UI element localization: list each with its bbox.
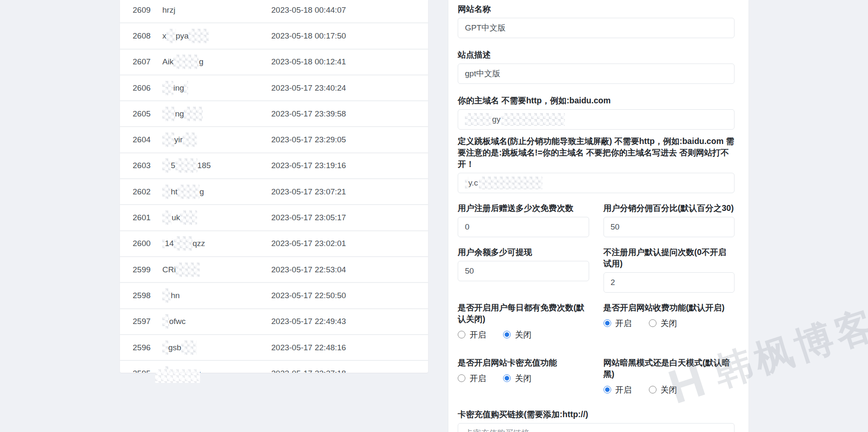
withdraw-min-input[interactable] xyxy=(458,261,589,281)
radio-input[interactable] xyxy=(649,386,657,393)
radio-option-card_recharge-0[interactable]: 开启 xyxy=(458,373,486,384)
text-fragment: Aik xyxy=(162,57,173,66)
row-id: 2605 xyxy=(133,109,150,119)
privacy-blur xyxy=(162,107,175,121)
table-row[interactable]: 2606ing2023-05-17 23:40:24 xyxy=(120,75,428,101)
row-created-time: 2023-05-17 23:07:21 xyxy=(271,187,346,197)
privacy-blur xyxy=(162,185,171,199)
privacy-blur-strip xyxy=(155,369,200,383)
table-row[interactable]: 2601uk2023-05-17 23:05:17 xyxy=(120,205,428,231)
privacy-blur xyxy=(184,107,203,121)
table-row[interactable]: 2609hrzj2023-05-18 00:44:07 xyxy=(120,0,428,23)
table-row[interactable]: 2608xpya2023-05-18 00:17:50 xyxy=(120,23,428,49)
table-row[interactable]: 2599CRi2023-05-17 22:53:04 xyxy=(120,257,428,283)
withdraw-min-label: 用户余额多少可提现 xyxy=(458,246,589,258)
radio-option-card_recharge-1[interactable]: 关闭 xyxy=(503,373,531,384)
privacy-blur xyxy=(479,177,542,189)
radio-option-daily_free-1[interactable]: 关闭 xyxy=(503,329,531,341)
radio-input[interactable] xyxy=(458,374,465,382)
table-row[interactable]: 2605ng2023-05-17 23:39:58 xyxy=(120,101,428,127)
row-created-time: 2023-05-18 00:12:41 xyxy=(271,57,346,66)
site-name-field: 网站名称 xyxy=(458,3,734,38)
table-row[interactable]: 260351852023-05-17 23:19:16 xyxy=(120,153,428,179)
table-row[interactable]: 2607Aikg2023-05-18 00:12:41 xyxy=(120,50,428,75)
radio-label: 关闭 xyxy=(515,373,531,384)
radio-option-dark_mode-1[interactable]: 关闭 xyxy=(649,384,677,396)
row-created-time: 2023-05-17 22:27:18 xyxy=(271,369,346,373)
withdraw-guest-row: 用户余额多少可提现 不注册用户默认提问次数(0不开启试用) xyxy=(458,246,734,293)
privacy-blur xyxy=(162,210,172,225)
text-fragment: gsb xyxy=(168,343,181,352)
table-row[interactable]: 2604yir2023-05-17 23:29:05 xyxy=(120,127,428,153)
privacy-blur xyxy=(167,29,176,43)
table-row[interactable]: 2598hn2023-05-17 22:50:50 xyxy=(120,283,428,309)
row-username: ing xyxy=(162,81,188,95)
privacy-blur xyxy=(162,341,168,355)
page-canvas: 2609hrzj2023-05-18 00:44:072608xpya2023-… xyxy=(0,0,868,432)
privacy-blur xyxy=(189,29,209,43)
row-username: yir xyxy=(162,133,197,147)
guest-tries-input[interactable] xyxy=(604,272,735,293)
radio-label: 关闭 xyxy=(661,318,677,329)
row-id: 2602 xyxy=(133,187,150,197)
commission-input[interactable] xyxy=(604,217,735,237)
text-fragment: 14 xyxy=(165,239,174,248)
main-domain-input[interactable]: gy xyxy=(458,109,734,130)
text-fragment: CRi xyxy=(162,265,176,274)
radio-input[interactable] xyxy=(649,319,657,327)
radio-input[interactable] xyxy=(604,319,611,327)
row-id: 2607 xyxy=(133,57,150,66)
jump-domain-input[interactable]: y.c xyxy=(458,173,734,193)
daily-free-field: 是否开启用户每日都有免费次数(默认关闭) 开启关闭 xyxy=(458,302,589,341)
radio-input[interactable] xyxy=(458,331,465,338)
radio-option-dark_mode-0[interactable]: 开启 xyxy=(604,384,632,396)
free-times-commission-row: 用户注册后赠送多少次免费次数 用户分销分佣百分比(默认百分之30) xyxy=(458,202,734,237)
text-fragment: y.c xyxy=(468,178,478,188)
radio-option-charge_enable-1[interactable]: 关闭 xyxy=(649,318,677,329)
charge-enable-label: 是否开启网站收费功能(默认开启) xyxy=(604,302,735,313)
text-fragment: g xyxy=(200,187,204,197)
table-row[interactable]: 260014qzz2023-05-17 23:02:01 xyxy=(120,231,428,257)
radio-label: 开启 xyxy=(615,384,632,396)
row-created-time: 2023-05-17 22:48:16 xyxy=(271,343,346,352)
row-username: ng xyxy=(162,107,203,121)
text-fragment: 185 xyxy=(198,161,211,170)
table-row[interactable]: 2602htg2023-05-17 23:07:21 xyxy=(120,179,428,205)
settings-form-panel: 网站名称 站点描述 你的主域名 不需要http，例如:baidu.com gy … xyxy=(448,0,748,432)
radio-option-charge_enable-0[interactable]: 开启 xyxy=(604,318,632,329)
daily-free-radio-group: 开启关闭 xyxy=(458,328,589,341)
radio-input[interactable] xyxy=(604,386,611,393)
row-id: 2608 xyxy=(133,31,150,41)
row-id: 2603 xyxy=(133,161,150,170)
site-name-input[interactable] xyxy=(458,18,734,38)
radio-input[interactable] xyxy=(503,374,511,382)
table-row[interactable]: 2596gsb2023-05-17 22:48:16 xyxy=(120,335,428,361)
row-id: 2598 xyxy=(133,291,150,300)
site-name-label: 网站名称 xyxy=(458,3,734,15)
row-created-time: 2023-05-17 22:49:43 xyxy=(271,317,346,326)
dark-mode-radio-group: 开启关闭 xyxy=(604,383,735,396)
row-created-time: 2023-05-17 23:19:16 xyxy=(271,161,346,170)
radio-label: 关闭 xyxy=(661,384,677,396)
row-created-time: 2023-05-17 23:39:58 xyxy=(271,109,346,119)
privacy-blur xyxy=(174,236,192,251)
guest-tries-label: 不注册用户默认提问次数(0不开启试用) xyxy=(604,246,735,269)
card-recharge-radio-group: 开启关闭 xyxy=(458,372,589,385)
radio-option-daily_free-0[interactable]: 开启 xyxy=(458,329,486,341)
site-desc-field: 站点描述 xyxy=(458,49,734,84)
main-domain-label: 你的主域名 不需要http，例如:baidu.com xyxy=(458,95,734,106)
radio-input[interactable] xyxy=(503,331,511,338)
guest-tries-field: 不注册用户默认提问次数(0不开启试用) xyxy=(604,246,735,293)
site-desc-input[interactable] xyxy=(458,64,734,84)
row-id: 2595 xyxy=(133,369,150,373)
commission-label: 用户分销分佣百分比(默认百分之30) xyxy=(604,202,735,214)
jump-domain-field: 定义跳板域名(防止分销功能导致主域屏蔽) 不需要http，例如:baidu.co… xyxy=(458,136,734,193)
card-link-input[interactable] xyxy=(458,423,734,432)
row-id: 2606 xyxy=(133,83,150,93)
card-link-label: 卡密充值购买链接(需要添加:http://) xyxy=(458,409,734,420)
card-recharge-field: 是否开启网站卡密充值功能 开启关闭 xyxy=(458,357,589,396)
table-row[interactable]: 2597ofwc2023-05-17 22:49:43 xyxy=(120,309,428,335)
text-fragment: g xyxy=(199,57,203,66)
free-times-input[interactable] xyxy=(458,217,589,237)
text-fragment: ing xyxy=(173,83,184,93)
